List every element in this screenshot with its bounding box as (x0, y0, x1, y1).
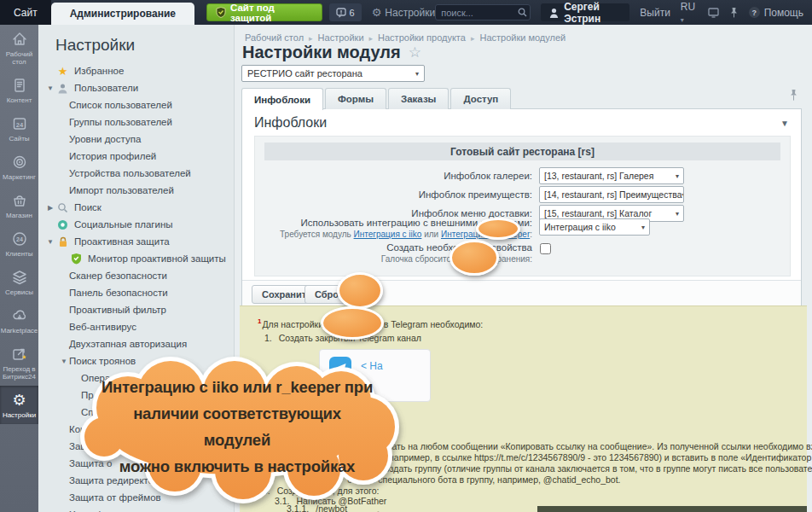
menu-item-избранное[interactable]: ★Избранное (38, 62, 234, 79)
integration-select[interactable]: Интеграция с iiko▾ (539, 218, 650, 236)
module-select[interactable]: РЕСТРИО сайт ресторана▾ (241, 65, 425, 82)
user-menu-button[interactable]: Сергей Эстрин (541, 3, 629, 21)
highlight-ellipse-buttons (337, 272, 383, 309)
sidebar-item-сайты[interactable]: 24Сайты (0, 109, 38, 148)
search-input[interactable] (435, 4, 531, 20)
topbar: Сайт Администрирование Сайт под защитой … (0, 0, 812, 25)
favorite-star-icon[interactable]: ☆ (409, 44, 421, 61)
menu-item-импорт-пользователей[interactable]: Импорт пользователей (38, 182, 234, 199)
highlight-ellipse-checkbox (450, 240, 499, 276)
menu-item-устройства-пользователей[interactable]: Устройства пользователей (38, 165, 234, 182)
shield-icon (216, 7, 226, 18)
chevron-down-icon: ▾ (641, 224, 645, 231)
target-icon (11, 154, 28, 171)
tab-инфоблоки[interactable]: Инфоблоки (241, 88, 323, 110)
sidebar-item-переход-в-битрикс24[interactable]: Переход в Битрикс24 (0, 340, 38, 386)
tab-формы[interactable]: Формы (325, 88, 386, 109)
help-list-item: 3.Создать бота, для этого: (263, 486, 379, 496)
notifications-count: 6 (350, 8, 355, 18)
menu-item-сп[interactable]: Сп (38, 404, 234, 421)
svg-text:24: 24 (15, 121, 23, 129)
menu-item-поиск[interactable]: ▶Поиск (38, 199, 234, 216)
help-button[interactable]: ? Помощь (749, 7, 803, 19)
telegram-icon (329, 357, 351, 379)
sidebar-item-магазин[interactable]: Магазин (0, 186, 38, 224)
clients24-icon: 24 (11, 230, 28, 247)
lock-icon (55, 236, 70, 247)
b24go-icon (11, 346, 28, 363)
tab-administration[interactable]: Администрирование (51, 3, 194, 25)
bottom-strip (537, 506, 807, 512)
create-properties-checkbox[interactable] (540, 243, 551, 254)
menu-item-пользователи[interactable]: ▼Пользователи (38, 79, 234, 96)
pin-icon[interactable] (789, 89, 798, 101)
expand-right-icon: ▶ (45, 204, 55, 212)
notifications-button[interactable]: 6 (329, 3, 362, 21)
menu-item-двухэтапная-авторизация[interactable]: Двухэтапная авторизация (38, 335, 234, 352)
menu-item-хосты-домены[interactable]: Хосты/домены (38, 506, 234, 512)
monitor-icon[interactable] (708, 8, 719, 18)
layers-icon (11, 269, 28, 286)
sidebar-item-контент[interactable]: Контент (0, 71, 38, 109)
tab-site[interactable]: Сайт (0, 0, 51, 25)
page-title: Настройки модуля (242, 43, 401, 62)
menu-item-история-профилей[interactable]: История профилей (38, 148, 234, 165)
menu-item-пр[interactable]: Пр (38, 387, 234, 404)
pin-interface-icon[interactable] (729, 7, 739, 18)
breadcrumb-link-настройки-модулей[interactable]: Настройки модулей (479, 32, 566, 43)
field-label: Инфоблок галереи: (265, 167, 532, 184)
language-select[interactable]: RU ▾ (681, 1, 698, 25)
sidebar-item-клиенты[interactable]: 24Клиенты (0, 224, 38, 263)
sidebar-item-сервисы[interactable]: Сервисы (0, 263, 38, 301)
search-icon (55, 202, 70, 213)
menu-item-сканер-безопасности[interactable]: Сканер безопасности (38, 267, 234, 284)
menu-item-защита-от-фреймов[interactable]: Защита от фреймов (38, 489, 234, 506)
site-protected-button[interactable]: Сайт под защитой (206, 3, 322, 21)
menu-title: Настройки (38, 25, 234, 62)
tab-заказы[interactable]: Заказы (388, 88, 449, 109)
sidebar-item-marketplace[interactable]: Marketplace (0, 301, 38, 340)
menu-item-поиск-троянов[interactable]: ▼Поиск троянов (38, 352, 234, 369)
user-icon (549, 8, 559, 18)
menu-item-опера[interactable]: Опера (38, 369, 234, 387)
tab-доступ[interactable]: Доступ (450, 88, 511, 109)
menu-item-защита-о[interactable]: Защита о (38, 455, 234, 472)
home-icon (11, 31, 28, 48)
help-note-area: 1Для настройки уведомлений в Telegram не… (240, 305, 807, 512)
help-line: жно создать группу (отличие группы от ка… (362, 463, 812, 474)
alert-bubble-icon (336, 8, 346, 18)
menu-item-социальные-плагины[interactable]: Социальные плагины (38, 216, 234, 233)
menu-item-защита-редиректов[interactable]: Защита редиректов (38, 472, 234, 489)
breadcrumb-separator-icon: ▸ (309, 34, 313, 43)
sidebar-item-рабочий-стол[interactable]: Рабочий стол (0, 25, 38, 71)
menu-item-проактивный-фильтр[interactable]: Проактивный фильтр (38, 301, 234, 318)
breadcrumb-link-настройки-продукта[interactable]: Настройки продукта (378, 32, 466, 43)
gear-icon: ⚙ (12, 392, 26, 409)
form-row: Инфоблок преимуществ:[14, restaurant, rs… (255, 186, 790, 203)
menu-item-проактивная-защита[interactable]: ▼Проактивная защита (38, 233, 234, 250)
menu-item-защита-сессий[interactable]: Защита сессий (38, 438, 234, 455)
breadcrumb-link-рабочий-стол[interactable]: Рабочий стол (245, 32, 304, 43)
telegram-screenshot: < На (319, 349, 431, 402)
menu-item-уровни-доступа[interactable]: Уровни доступа (38, 131, 234, 148)
iiko-module-link[interactable]: Интеграция с iiko (354, 230, 422, 239)
menu-item-контроль-активности[interactable]: Контроль активности (38, 421, 234, 438)
menu-item-веб-антивирус[interactable]: Веб-антивирус (38, 318, 234, 335)
breadcrumb: Рабочий стол▸Настройки▸Настройки продукт… (245, 32, 566, 43)
settings-menu-panel: Настройки ★Избранное▼ПользователиСписок … (38, 25, 235, 512)
topbar-settings-button[interactable]: ⚙ Настройки (372, 6, 436, 19)
breadcrumb-link-настройки[interactable]: Настройки (318, 32, 364, 43)
left-icon-sidebar: Рабочий столКонтент24СайтыМаркетингМагаз… (0, 25, 38, 512)
menu-item-список-пользователей[interactable]: Список пользователей (38, 96, 234, 113)
menu-item-группы-пользователей[interactable]: Группы пользователей (38, 113, 234, 131)
menu-item-монитор-проактивной-защиты[interactable]: Монитор проактивной защиты (38, 250, 234, 267)
infoblock-select[interactable]: [13, restaurant, rs] Галерея▾ (539, 167, 684, 184)
menu-item-панель-безопасности[interactable]: Панель безопасности (38, 284, 234, 301)
sidebar-item-маркетинг[interactable]: Маркетинг (0, 148, 38, 186)
sidebar-item-настройки[interactable]: ⚙Настройки (0, 386, 38, 424)
infoblock-select[interactable]: [14, restaurant, rs] Преимущества▾ (539, 186, 684, 203)
collapse-chevron-icon[interactable]: ▼ (780, 119, 789, 128)
expand-down-icon: ▼ (45, 238, 55, 246)
logout-link[interactable]: Выйти (640, 7, 670, 19)
help-line: бавить специального бота в группу, напри… (347, 474, 621, 485)
